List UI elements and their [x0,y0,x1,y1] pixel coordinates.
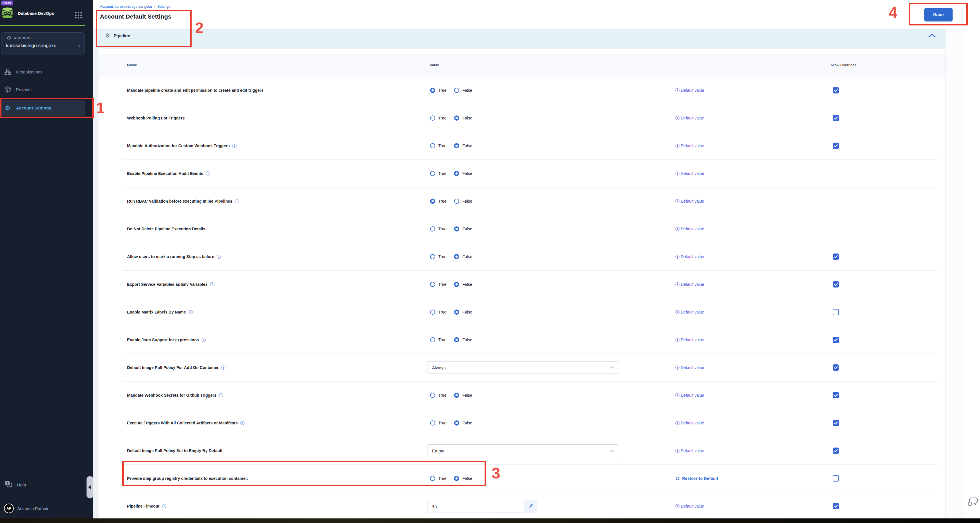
info-icon[interactable]: ⓘ [202,338,206,342]
radio-true[interactable] [430,88,435,93]
radio-label-true[interactable]: True [438,476,446,481]
override-checkbox-checked[interactable] [833,336,839,343]
radio-false[interactable] [454,282,459,287]
override-checkbox-checked[interactable] [833,364,839,371]
override-checkbox-checked[interactable] [833,87,839,94]
default-value-link[interactable]: ⓘ Default value [675,104,704,132]
radio-label-false[interactable]: False [462,144,472,148]
sidebar-item-account-settings[interactable]: ⚙ Account Settings [1,100,85,116]
pipeline-section-header[interactable]: ⚙ Pipeline [99,29,945,49]
radio-false[interactable] [454,393,459,398]
default-value-link[interactable]: ⓘ Default value [675,437,704,464]
info-icon[interactable]: ⓘ [188,310,193,314]
info-icon[interactable]: ⓘ [232,144,237,148]
radio-false[interactable] [454,476,459,481]
save-button[interactable]: Save [924,8,953,21]
radio-label-false[interactable]: False [462,393,472,397]
radio-true[interactable] [430,254,435,259]
radio-label-false[interactable]: False [462,282,472,287]
radio-label-true[interactable]: True [438,254,446,259]
radio-false[interactable] [454,309,459,315]
info-icon[interactable]: ⓘ [210,282,215,287]
default-value-link[interactable]: ⓘ Default value [675,215,704,242]
radio-true[interactable] [430,199,435,204]
radio-label-false[interactable]: False [462,116,472,120]
radio-false[interactable] [454,199,459,204]
radio-false[interactable] [454,115,459,121]
radio-label-false[interactable]: False [462,226,472,231]
radio-label-true[interactable]: True [438,171,446,176]
default-value-link[interactable]: ⓘ Default value [675,132,704,159]
info-icon[interactable]: ⓘ [206,171,210,176]
info-icon[interactable]: ⓘ [217,255,221,259]
radio-label-true[interactable]: True [438,282,446,287]
radio-false[interactable] [454,143,459,148]
radio-true[interactable] [430,171,435,176]
radio-true[interactable] [430,337,435,342]
radio-label-false[interactable]: False [462,421,472,425]
default-value-link[interactable]: ⓘ Default value [675,77,704,104]
radio-true[interactable] [430,393,435,398]
info-icon[interactable]: ⓘ [162,504,166,509]
info-icon[interactable]: ⓘ [235,199,239,204]
radio-label-true[interactable]: True [438,88,446,92]
override-checkbox-checked[interactable] [833,143,839,149]
radio-label-false[interactable]: False [462,199,472,204]
radio-label-false[interactable]: False [462,310,472,314]
app-grid-icon[interactable] [75,11,82,20]
radio-false[interactable] [454,226,459,231]
override-checkbox-checked[interactable] [833,281,839,287]
radio-true[interactable] [430,226,435,231]
override-checkbox-checked[interactable] [833,448,839,454]
radio-true[interactable] [430,420,435,426]
radio-label-false[interactable]: False [462,171,472,176]
radio-label-true[interactable]: True [438,116,446,120]
pin-button[interactable] [525,500,537,512]
radio-label-true[interactable]: True [438,310,446,314]
info-icon[interactable]: ⓘ [219,393,223,397]
default-value-link[interactable]: ⓘ Default value [675,160,704,187]
override-checkbox-unchecked[interactable] [833,309,839,315]
account-selector[interactable]: ACCOUNT kurosakiichigo.songoku › [1,32,84,55]
sidebar-item-organizations[interactable]: Organizations [0,65,86,78]
radio-false[interactable] [454,88,459,93]
radio-false[interactable] [454,171,459,176]
info-icon[interactable]: ⓘ [240,421,244,425]
override-checkbox-checked[interactable] [833,254,839,260]
help-button[interactable]: ? Help [0,478,86,491]
radio-label-true[interactable]: True [438,199,446,204]
sidebar-collapse-handle[interactable] [86,476,93,498]
radio-true[interactable] [430,282,435,287]
radio-false[interactable] [454,337,459,342]
radio-label-true[interactable]: True [438,393,446,397]
radio-label-false[interactable]: False [462,254,472,259]
radio-true[interactable] [430,115,435,121]
radio-label-true[interactable]: True [438,144,446,148]
default-value-link[interactable]: ⓘ Default value [675,493,704,520]
default-value-link[interactable]: ⓘ Default value [675,326,704,354]
radio-false[interactable] [454,254,459,259]
breadcrumb-settings-link[interactable]: Settings [158,5,170,9]
radio-true[interactable] [430,309,435,315]
value-dropdown[interactable]: Empty [427,445,619,457]
radio-label-true[interactable]: True [438,421,446,425]
radio-label-false[interactable]: False [462,338,472,342]
default-value-link[interactable]: ⓘ Default value [675,243,704,270]
collapse-section-icon[interactable] [928,33,936,39]
override-checkbox-checked[interactable] [833,115,839,121]
radio-true[interactable] [430,143,435,148]
radio-label-false[interactable]: False [462,88,472,92]
user-menu[interactable]: AP Animesh Pathak [0,502,89,515]
override-checkbox-checked[interactable] [833,420,839,426]
override-checkbox-checked[interactable] [833,503,839,509]
radio-label-false[interactable]: False [462,476,472,481]
default-value-link[interactable]: ⓘ Default value [675,298,704,326]
timeout-input[interactable] [427,500,524,512]
value-dropdown[interactable]: Always [427,361,619,374]
default-value-link[interactable]: ⓘ Default value [675,188,704,215]
default-value-link[interactable]: ⓘ Default value [675,271,704,298]
default-value-link[interactable]: ⓘ Default value [675,354,704,381]
override-checkbox-unchecked[interactable] [833,475,839,482]
default-value-link[interactable]: ⓘ Default value [675,409,704,437]
radio-false[interactable] [454,420,459,426]
